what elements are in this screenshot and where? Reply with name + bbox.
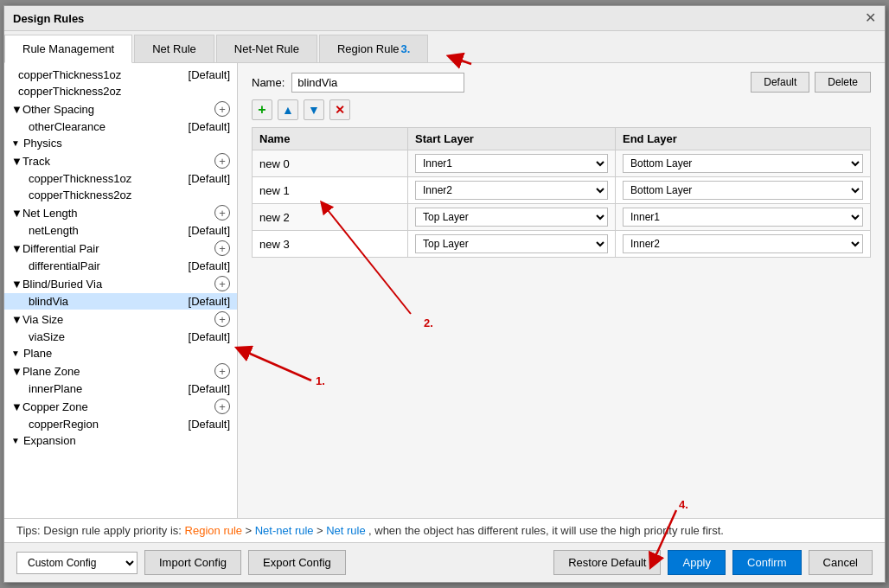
footer-tip: Tips: Design rule apply priority is: Reg… [4, 518, 885, 542]
cancel-button[interactable]: Cancel [809, 550, 873, 575]
add-rule-button[interactable]: + [252, 99, 272, 120]
rule-name-cell: new 3 [253, 231, 408, 258]
add-via-size-button[interactable]: + [214, 311, 230, 327]
start-layer-cell[interactable]: Top LayerBottom LayerInner1Inner2Inner3I… [408, 231, 616, 258]
default-button[interactable]: Default [751, 72, 809, 93]
footer-left: Custom Config Default Config Import Conf… [16, 550, 346, 575]
start-layer-select[interactable]: Top LayerBottom LayerInner1Inner2Inner3I… [415, 208, 608, 227]
rule-name-cell: new 1 [253, 177, 408, 204]
rule-name-cell: new 2 [253, 204, 408, 231]
sidebar-item-copperThickness1oz-1[interactable]: copperThickness1oz [Default] [4, 67, 237, 83]
end-layer-select[interactable]: Top LayerBottom LayerInner1Inner2Inner3I… [623, 234, 863, 253]
title-bar: Design Rules ✕ [4, 6, 885, 31]
sidebar-item-differentialPair[interactable]: differentialPair [Default] [4, 258, 237, 274]
add-copper-zone-button[interactable]: + [214, 399, 230, 414]
tab-net-net-rule[interactable]: Net-Net Rule [216, 35, 317, 62]
col-start-layer: Start Layer [408, 128, 616, 150]
col-name: Name [253, 128, 408, 150]
start-layer-select[interactable]: Top LayerBottom LayerInner1Inner2Inner3I… [415, 181, 608, 200]
end-layer-cell[interactable]: Top LayerBottom LayerInner1Inner2Inner3I… [616, 204, 871, 231]
rule-toolbar: + ▲ ▼ ✕ [252, 99, 871, 120]
sidebar-item-copperRegion[interactable]: copperRegion [Default] [4, 416, 237, 432]
start-layer-cell[interactable]: Top LayerBottom LayerInner1Inner2Inner3I… [408, 150, 616, 177]
tab-rule-management[interactable]: Rule Management [4, 35, 132, 63]
sidebar-item-copperThickness1oz-2[interactable]: copperThickness1oz [Default] [4, 170, 237, 187]
name-input[interactable] [291, 73, 464, 93]
end-layer-select[interactable]: Top LayerBottom LayerInner1Inner2Inner3I… [623, 181, 863, 200]
sidebar-item-copperThickness2oz-1[interactable]: copperThickness2oz [4, 83, 237, 99]
export-config-button[interactable]: Export Config [248, 550, 346, 575]
start-layer-select[interactable]: Top LayerBottom LayerInner1Inner2Inner3I… [415, 154, 608, 173]
sidebar-item-blindVia[interactable]: blindVia [Default] [4, 293, 237, 310]
rule-name-cell: new 0 [253, 150, 408, 177]
name-row: Name: Default Delete [252, 72, 871, 93]
move-up-button[interactable]: ▲ [278, 99, 298, 120]
sidebar-section-other-spacing[interactable]: ▼Other Spacing + [4, 99, 237, 118]
move-down-button[interactable]: ▼ [304, 99, 324, 120]
sidebar-item-copperThickness2oz-2[interactable]: copperThickness2oz [4, 187, 237, 203]
sidebar-item-viaSize[interactable]: viaSize [Default] [4, 329, 237, 345]
rules-table: Name Start Layer End Layer new 0Top Laye… [252, 127, 871, 258]
sidebar-section-track[interactable]: ▼Track + [4, 151, 237, 170]
tab-net-rule[interactable]: Net Rule [134, 35, 214, 62]
tab-bar: Rule Management Net Rule Net-Net Rule Re… [4, 31, 885, 63]
table-row: new 3Top LayerBottom LayerInner1Inner2In… [253, 231, 871, 258]
end-layer-select[interactable]: Top LayerBottom LayerInner1Inner2Inner3I… [623, 154, 863, 173]
svg-text:2.: 2. [424, 316, 433, 329]
sidebar-section-expansion[interactable]: ▼ Expansion [4, 432, 237, 449]
dialog-title: Design Rules [13, 12, 84, 25]
table-row: new 1Top LayerBottom LayerInner1Inner2In… [253, 177, 871, 204]
footer-right: Restore Default Apply Confirm Cancel [553, 550, 873, 575]
restore-default-button[interactable]: Restore Default [553, 550, 661, 575]
sidebar-item-otherClearance[interactable]: otherClearance [Default] [4, 118, 237, 135]
add-plane-zone-button[interactable]: + [214, 363, 230, 379]
add-net-length-button[interactable]: + [214, 205, 230, 220]
add-other-spacing-button[interactable]: + [214, 101, 230, 117]
tab-region-rule[interactable]: Region Rule3. [319, 35, 428, 62]
sidebar-section-differential-pair[interactable]: ▼Differential Pair + [4, 239, 237, 258]
start-layer-cell[interactable]: Top LayerBottom LayerInner1Inner2Inner3I… [408, 204, 616, 231]
sidebar-section-blind-buried-via[interactable]: ▼Blind/Buried Via + [4, 274, 237, 293]
sidebar-section-plane-zone[interactable]: ▼Plane Zone + [4, 361, 237, 380]
config-select[interactable]: Custom Config Default Config [16, 552, 138, 574]
name-buttons: Default Delete [751, 72, 871, 93]
col-end-layer: End Layer [616, 128, 871, 150]
design-rules-dialog: Design Rules ✕ Rule Management Net Rule … [3, 5, 886, 583]
import-config-button[interactable]: Import Config [144, 550, 241, 575]
delete-button[interactable]: Delete [815, 72, 871, 93]
start-layer-cell[interactable]: Top LayerBottom LayerInner1Inner2Inner3I… [408, 177, 616, 204]
close-button[interactable]: ✕ [865, 11, 876, 25]
sidebar-item-netLength[interactable]: netLength [Default] [4, 222, 237, 239]
sidebar-section-copper-zone[interactable]: ▼Copper Zone + [4, 397, 237, 416]
remove-rule-button[interactable]: ✕ [329, 99, 350, 120]
sidebar-item-innerPlane[interactable]: innerPlane [Default] [4, 380, 237, 397]
add-blind-buried-via-button[interactable]: + [214, 276, 230, 291]
add-track-button[interactable]: + [214, 153, 230, 169]
confirm-button[interactable]: Confirm [732, 550, 802, 575]
add-differential-pair-button[interactable]: + [214, 240, 230, 256]
sidebar-section-via-size[interactable]: ▼Via Size + [4, 310, 237, 329]
apply-button[interactable]: Apply [668, 550, 726, 575]
sidebar-section-plane[interactable]: ▼ Plane [4, 345, 237, 361]
end-layer-select[interactable]: Top LayerBottom LayerInner1Inner2Inner3I… [623, 208, 863, 227]
sidebar: copperThickness1oz [Default] copperThick… [4, 63, 238, 518]
table-row: new 0Top LayerBottom LayerInner1Inner2In… [253, 150, 871, 177]
footer-actions: Custom Config Default Config Import Conf… [4, 542, 885, 582]
name-label: Name: [252, 76, 285, 89]
end-layer-cell[interactable]: Top LayerBottom LayerInner1Inner2Inner3I… [616, 177, 871, 204]
table-row: new 2Top LayerBottom LayerInner1Inner2In… [253, 204, 871, 231]
end-layer-cell[interactable]: Top LayerBottom LayerInner1Inner2Inner3I… [616, 150, 871, 177]
main-content: copperThickness1oz [Default] copperThick… [4, 63, 885, 518]
main-panel: Name: Default Delete + ▲ ▼ ✕ Name [238, 63, 885, 518]
sidebar-section-physics[interactable]: ▼ Physics [4, 135, 237, 151]
start-layer-select[interactable]: Top LayerBottom LayerInner1Inner2Inner3I… [415, 234, 608, 253]
sidebar-section-net-length[interactable]: ▼Net Length + [4, 203, 237, 222]
end-layer-cell[interactable]: Top LayerBottom LayerInner1Inner2Inner3I… [616, 231, 871, 258]
